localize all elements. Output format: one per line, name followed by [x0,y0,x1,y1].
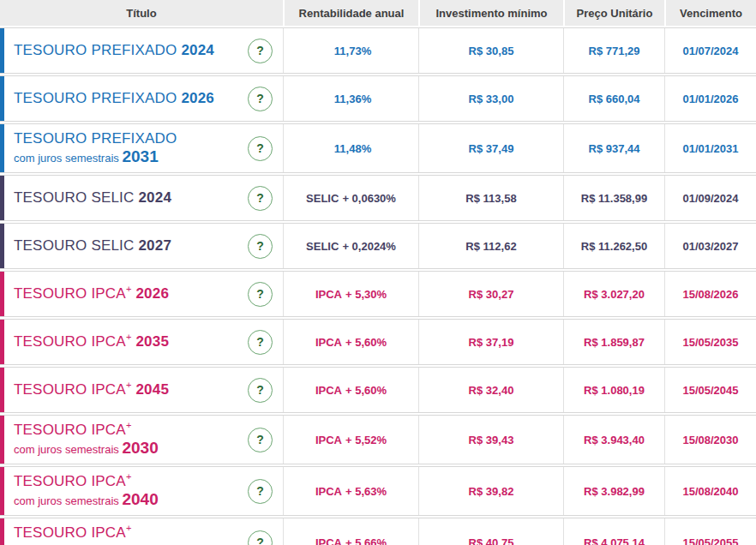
min-investment-cell: R$ 30,27 [418,272,563,316]
maturity-cell: 01/07/2024 [664,28,756,73]
min-investment-cell: R$ 113,58 [418,176,563,220]
bond-title-cell: TESOURO IPCA+ com juros semestrais 2055 … [0,518,283,545]
unit-price-cell: R$ 1.859,87 [563,320,664,364]
table-row-2[interactable]: TESOURO PREFIXADO com juros semestrais 2… [0,123,756,173]
ipca-plus-superscript: + [126,471,132,482]
unit-price-cell: R$ 11.262,50 [563,224,664,268]
table-row-8[interactable]: TESOURO IPCA+ com juros semestrais 2030 … [0,415,756,464]
bond-title: TESOURO IPCA+ com juros semestrais 2055 [14,524,159,545]
help-icon[interactable]: ? [248,39,273,63]
min-investment-cell: R$ 32,40 [418,368,563,412]
table-body: TESOURO PREFIXADO 2024 ? 11,73% R$ 30,85… [0,27,756,545]
unit-price-cell: R$ 660,04 [563,76,664,121]
help-icon[interactable]: ? [248,282,273,307]
unit-price-cell: R$ 937,44 [563,124,664,172]
help-icon[interactable]: ? [248,136,273,161]
bond-title: TESOURO IPCA+ com juros semestrais 2030 [14,422,159,458]
table-row-9[interactable]: TESOURO IPCA+ com juros semestrais 2040 … [0,466,756,516]
table-header: Título Rentabilidade anual Investimento … [0,0,756,26]
bond-title: TESOURO IPCA+ com juros semestrais 2040 [14,473,159,509]
group-color-bar [0,320,4,364]
unit-price-cell: R$ 3.982,99 [563,467,664,515]
bond-year: 2055 [122,542,158,545]
group-color-bar [0,224,4,268]
maturity-cell: 01/09/2024 [664,176,756,220]
bond-year: 2026 [135,285,169,302]
bond-title: TESOURO IPCA+ 2026 [14,285,169,302]
bond-year: 2030 [122,439,158,457]
help-icon[interactable]: ? [248,330,273,355]
help-icon[interactable]: ? [248,87,273,111]
annual-yield-cell: IPCA+ 5,66% [283,518,418,545]
bond-year: 2024 [181,42,214,58]
help-icon[interactable]: ? [248,234,273,259]
bond-title-cell: TESOURO PREFIXADO 2026 ? [0,76,283,121]
bond-year: 2031 [122,147,158,165]
min-investment-cell: R$ 40,75 [418,518,563,545]
bond-year: 2027 [138,237,171,254]
ipca-plus-superscript: + [126,284,132,294]
table-row-4[interactable]: TESOURO SELIC 2027 ? SELIC+ 0,2024% R$ 1… [0,223,756,269]
maturity-cell: 15/08/2026 [664,272,756,316]
bond-title: TESOURO PREFIXADO com juros semestrais 2… [14,130,177,166]
bond-table: Título Rentabilidade anual Investimento … [0,0,756,545]
group-color-bar [0,28,4,73]
bond-title-cell: TESOURO IPCA+ 2026 ? [0,272,283,316]
table-row-3[interactable]: TESOURO SELIC 2024 ? SELIC+ 0,0630% R$ 1… [0,175,756,221]
column-header-investimento-minimo: Investimento mínimo [418,0,563,26]
table-row-6[interactable]: TESOURO IPCA+ 2035 ? IPCA+ 5,60% R$ 37,1… [0,319,756,365]
min-investment-cell: R$ 33,00 [418,76,563,121]
ipca-plus-superscript: + [126,523,132,533]
bond-title-cell: TESOURO SELIC 2024 ? [0,176,283,220]
annual-yield-cell: SELIC+ 0,0630% [283,176,418,220]
group-color-bar [0,368,4,412]
annual-yield-cell: 11,36% [283,76,418,121]
annual-yield-cell: IPCA+ 5,60% [283,320,418,364]
maturity-cell: 01/03/2027 [664,224,756,268]
maturity-cell: 15/05/2055 [664,518,756,545]
bond-year: 2045 [135,381,169,398]
column-header-titulo: Título [0,0,283,26]
min-investment-cell: R$ 37,49 [418,124,563,172]
help-icon[interactable]: ? [248,479,273,504]
bond-title-cell: TESOURO IPCA+ com juros semestrais 2030 … [0,416,283,464]
ipca-plus-superscript: + [126,420,132,430]
unit-price-cell: R$ 3.027,20 [563,272,664,316]
help-icon[interactable]: ? [248,186,273,211]
bond-year: 2040 [122,490,158,508]
bond-subtitle: com juros semestrais [14,152,119,165]
group-color-bar [0,176,4,220]
min-investment-cell: R$ 30,85 [418,28,563,73]
min-investment-cell: R$ 112,62 [418,224,563,268]
bond-title: TESOURO PREFIXADO 2024 [14,42,214,59]
unit-price-cell: R$ 11.358,99 [563,176,664,220]
table-row-5[interactable]: TESOURO IPCA+ 2026 ? IPCA+ 5,30% R$ 30,2… [0,271,756,317]
annual-yield-cell: SELIC+ 0,2024% [283,224,418,268]
min-investment-cell: R$ 37,19 [418,320,563,364]
bond-subtitle: com juros semestrais [14,443,119,456]
table-row-7[interactable]: TESOURO IPCA+ 2045 ? IPCA+ 5,60% R$ 32,4… [0,367,756,413]
table-row-10[interactable]: TESOURO IPCA+ com juros semestrais 2055 … [0,518,756,545]
ipca-plus-superscript: + [126,332,132,342]
table-row-1[interactable]: TESOURO PREFIXADO 2026 ? 11,36% R$ 33,00… [0,75,756,122]
bond-year: 2026 [181,90,214,106]
bond-year: 2035 [135,333,169,350]
maturity-cell: 01/01/2026 [664,76,756,121]
maturity-cell: 15/08/2030 [664,416,756,464]
column-header-vencimento: Vencimento [664,0,756,26]
ipca-plus-superscript: + [126,380,132,390]
table-row-0[interactable]: TESOURO PREFIXADO 2024 ? 11,73% R$ 30,85… [0,27,756,74]
help-icon[interactable]: ? [248,530,273,545]
group-color-bar [0,272,4,316]
bond-title-cell: TESOURO IPCA+ 2035 ? [0,320,283,364]
bond-title: TESOURO IPCA+ 2035 [14,333,169,350]
group-color-bar [0,518,4,545]
bond-title-cell: TESOURO PREFIXADO com juros semestrais 2… [0,124,283,172]
maturity-cell: 01/01/2031 [664,124,756,172]
group-color-bar [0,124,4,172]
maturity-cell: 15/05/2045 [664,368,756,412]
annual-yield-cell: 11,48% [283,124,418,172]
help-icon[interactable]: ? [248,428,273,452]
unit-price-cell: R$ 771,29 [563,28,664,73]
help-icon[interactable]: ? [248,378,273,403]
